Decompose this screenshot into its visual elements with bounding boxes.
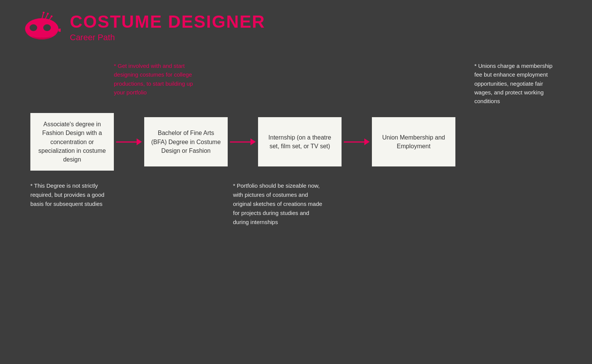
associates-bottom-note: * This Degree is not strictly required, … [30, 181, 114, 227]
header: COSTUME DESIGNER Career Path [0, 0, 592, 54]
arrow-head-3 [364, 138, 370, 145]
arrow-shaft-3 [344, 141, 364, 143]
top-notes-row: * Get involved with and start designing … [30, 61, 562, 105]
associates-degree-box: Associate's degree in Fashion Design wit… [30, 113, 114, 171]
arrow-line-3 [344, 138, 370, 145]
bfa-top-note: * Get involved with and start designing … [114, 61, 201, 105]
union-box: Union Membership and Employment [372, 117, 455, 166]
mask-icon [23, 12, 61, 42]
arrow-head-1 [137, 138, 142, 145]
union-spacer-bottom [326, 181, 562, 227]
portfolio-note: * Portfolio should be sizeable now, with… [233, 181, 326, 227]
internship-box: Internship (on a theatre set, film set, … [258, 117, 342, 166]
union-top-note: * Unions charge a membership fee but enh… [474, 61, 562, 105]
arrow-line-1 [116, 138, 142, 145]
header-text: COSTUME DESIGNER Career Path [70, 11, 265, 42]
bfa-spacer-bottom [114, 181, 233, 227]
arrow-1 [114, 138, 144, 145]
arrow-shaft-2 [230, 141, 250, 143]
svg-point-1 [30, 24, 37, 31]
arrow-head-2 [250, 138, 256, 145]
bfa-box: Bachelor of Fine Arts (BFA) Degree in Co… [144, 117, 228, 166]
career-path-content: * Get involved with and start designing … [0, 54, 592, 227]
svg-point-8 [51, 16, 53, 17]
arrow-shaft-1 [116, 141, 137, 143]
page-subtitle: Career Path [70, 33, 265, 42]
arrow-line-2 [230, 138, 256, 145]
spacer-left [30, 61, 106, 105]
svg-point-7 [47, 13, 49, 15]
bottom-notes-row: * This Degree is not strictly required, … [30, 181, 562, 227]
svg-point-2 [43, 24, 51, 31]
career-boxes-row: Associate's degree in Fashion Design wit… [30, 113, 562, 171]
page-title: COSTUME DESIGNER [70, 11, 265, 32]
arrow-2 [228, 138, 258, 145]
arrow-3 [342, 138, 372, 145]
